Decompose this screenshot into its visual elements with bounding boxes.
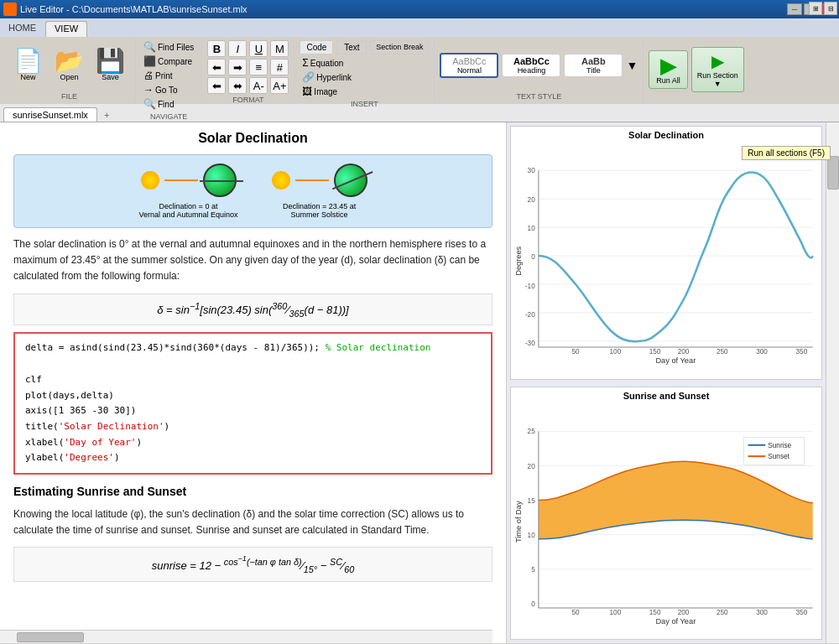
chart2-area: Time of Day 25 20 15 10 5 0 50 bbox=[511, 404, 821, 640]
svg-text:300: 300 bbox=[756, 348, 768, 356]
image-button[interactable]: 🖼 Image bbox=[300, 85, 354, 98]
find-files-button[interactable]: 🔍 Find Files bbox=[141, 40, 196, 54]
underline-button[interactable]: U bbox=[249, 40, 268, 57]
svg-text:25: 25 bbox=[528, 428, 536, 435]
insert-group-content: Code Text Section Break Σ Equation 🔗 Hyp… bbox=[300, 40, 429, 98]
bullet-button[interactable]: ≡ bbox=[249, 59, 268, 75]
code-comment-1: % Solar declination bbox=[326, 342, 431, 353]
code-button[interactable]: Code bbox=[300, 40, 333, 55]
new-icon: 📄 bbox=[13, 49, 43, 73]
svg-text:150: 150 bbox=[649, 609, 661, 616]
normal-style: AaBbCc Normal bbox=[440, 53, 498, 78]
left-panel-inner: Solar Declination Declination = 0 atVern… bbox=[0, 122, 506, 597]
equinox-figure: Declination = 0 atVernal and Autumnal Eq… bbox=[138, 164, 237, 219]
title-style: AaBb Title bbox=[564, 54, 623, 77]
svg-text:20: 20 bbox=[528, 462, 536, 470]
chart2-title: Sunrise and Sunset bbox=[511, 387, 821, 404]
svg-text:Degrees: Degrees bbox=[514, 246, 523, 275]
svg-text:Day of Year: Day of Year bbox=[655, 616, 696, 625]
scroll-thumb-h[interactable] bbox=[17, 632, 84, 642]
open-button[interactable]: 📂 Open bbox=[50, 48, 89, 83]
sun-icon-2 bbox=[272, 171, 290, 190]
format-group-content: B I U M ⬅ ➡ ≡ # ⬅ ⬌ A- A+ bbox=[207, 40, 289, 94]
sunrise-description: Knowing the local latitude (φ), the sun'… bbox=[13, 506, 492, 538]
equator-line-1 bbox=[200, 180, 243, 182]
heading-style: AaBbCc Heading bbox=[502, 54, 560, 77]
file-group: 📄 New 📂 Open 💾 Save FILE bbox=[3, 39, 136, 102]
font-size-inc-button[interactable]: A+ bbox=[270, 77, 289, 94]
strikethrough-button[interactable]: M bbox=[270, 40, 289, 57]
code-line-4: axis([1 365 -30 30]) bbox=[25, 405, 136, 416]
outdent-button[interactable]: ➡ bbox=[228, 59, 247, 75]
svg-text:Time of Day: Time of Day bbox=[514, 501, 523, 543]
align-center-button[interactable]: ⬌ bbox=[228, 77, 247, 94]
equinox-caption: Declination = 0 atVernal and Autumnal Eq… bbox=[138, 202, 237, 219]
bold-button[interactable]: B bbox=[207, 40, 226, 57]
svg-text:Sunset: Sunset bbox=[768, 453, 789, 460]
numbered-button[interactable]: # bbox=[270, 59, 289, 75]
svg-text:10: 10 bbox=[528, 531, 536, 538]
svg-text:50: 50 bbox=[572, 609, 581, 616]
save-button[interactable]: 💾 Save bbox=[91, 48, 130, 83]
window-title: Live Editor - C:\Documents\MATLAB\sunris… bbox=[20, 4, 787, 14]
svg-text:Sunrise: Sunrise bbox=[768, 441, 791, 449]
run-all-button[interactable]: ▶ Run All bbox=[649, 50, 688, 89]
code-line-7: ylabel('Degrees') bbox=[25, 452, 120, 463]
compare-icon: ⬛ bbox=[143, 55, 156, 67]
style-normal-button[interactable]: AaBbCc Normal bbox=[440, 53, 498, 78]
declination-diagram: Declination = 0 atVernal and Autumnal Eq… bbox=[13, 154, 492, 228]
svg-text:350: 350 bbox=[796, 348, 808, 356]
find-button[interactable]: 🔍 Find bbox=[141, 97, 176, 111]
code-line-6: xlabel('Day of Year') bbox=[25, 437, 142, 448]
style-title-button[interactable]: AaBb Title bbox=[564, 54, 623, 77]
go-to-button[interactable]: → Go To bbox=[141, 83, 180, 96]
svg-text:200: 200 bbox=[678, 348, 690, 356]
format-group-label: FORMAT bbox=[232, 94, 263, 104]
app-icon bbox=[3, 3, 17, 16]
svg-text:10: 10 bbox=[528, 225, 536, 232]
chart1-svg: Degrees 30 20 10 0 -10 -20 -30 bbox=[511, 143, 821, 379]
image-icon: 🖼 bbox=[302, 86, 312, 97]
svg-text:100: 100 bbox=[610, 348, 622, 356]
bottom-scrollbar[interactable] bbox=[0, 630, 492, 643]
find-icon: 🔍 bbox=[143, 98, 156, 110]
tab-bar: sunriseSunset.mlx + bbox=[0, 104, 839, 122]
equinox-graphic bbox=[141, 164, 237, 197]
text-style-scroll-down[interactable]: ▼ bbox=[626, 59, 638, 72]
hyperlink-icon: 🔗 bbox=[302, 71, 315, 83]
arrow-line-1 bbox=[164, 179, 198, 181]
font-size-dec-button[interactable]: A- bbox=[249, 77, 268, 94]
chart2-svg: Time of Day 25 20 15 10 5 0 50 bbox=[511, 404, 821, 640]
italic-button[interactable]: I bbox=[228, 40, 247, 57]
code-line-3: plot(days,delta) bbox=[25, 390, 114, 401]
equation-button[interactable]: Σ Equation bbox=[300, 56, 354, 70]
run-section-button[interactable]: ▶ Run Section ▼ bbox=[691, 47, 744, 92]
file-group-content: 📄 New 📂 Open 💾 Save bbox=[8, 40, 130, 91]
indent-button[interactable]: ⬅ bbox=[207, 59, 226, 75]
document-tab[interactable]: sunriseSunset.mlx bbox=[3, 107, 97, 122]
tab-view[interactable]: VIEW bbox=[45, 21, 87, 37]
new-button[interactable]: 📄 New bbox=[8, 48, 48, 83]
format-row3: ⬅ ⬌ A- A+ bbox=[207, 77, 289, 94]
add-tab-button[interactable]: + bbox=[99, 108, 114, 122]
svg-text:30: 30 bbox=[528, 167, 536, 174]
style-heading-button[interactable]: AaBbCc Heading bbox=[502, 54, 560, 77]
tab-home[interactable]: HOME bbox=[0, 21, 44, 37]
text-button[interactable]: Text bbox=[336, 40, 367, 55]
minimize-button[interactable]: ─ bbox=[787, 3, 802, 15]
solstice-graphic bbox=[272, 164, 367, 197]
scroll-thumb-v[interactable] bbox=[827, 156, 839, 190]
section-break-button[interactable]: Section Break bbox=[370, 40, 429, 55]
right-scrollbar[interactable] bbox=[826, 122, 839, 643]
align-left-button[interactable]: ⬅ bbox=[207, 77, 226, 94]
print-button[interactable]: 🖨 Print bbox=[141, 69, 175, 82]
chart1-title: Solar Declination bbox=[511, 127, 821, 143]
compare-button[interactable]: ⬛ Compare bbox=[141, 55, 195, 68]
arrow-line-2 bbox=[295, 179, 329, 181]
go-to-icon: → bbox=[143, 84, 154, 96]
insert-group: Code Text Section Break Σ Equation 🔗 Hyp… bbox=[294, 39, 435, 102]
run-group-content: ▶ Run All ▶ Run Section ▼ bbox=[649, 40, 744, 99]
svg-text:100: 100 bbox=[610, 609, 622, 616]
navigate-group-label: NAVIGATE bbox=[150, 111, 187, 121]
hyperlink-button[interactable]: 🔗 Hyperlink bbox=[300, 70, 354, 84]
